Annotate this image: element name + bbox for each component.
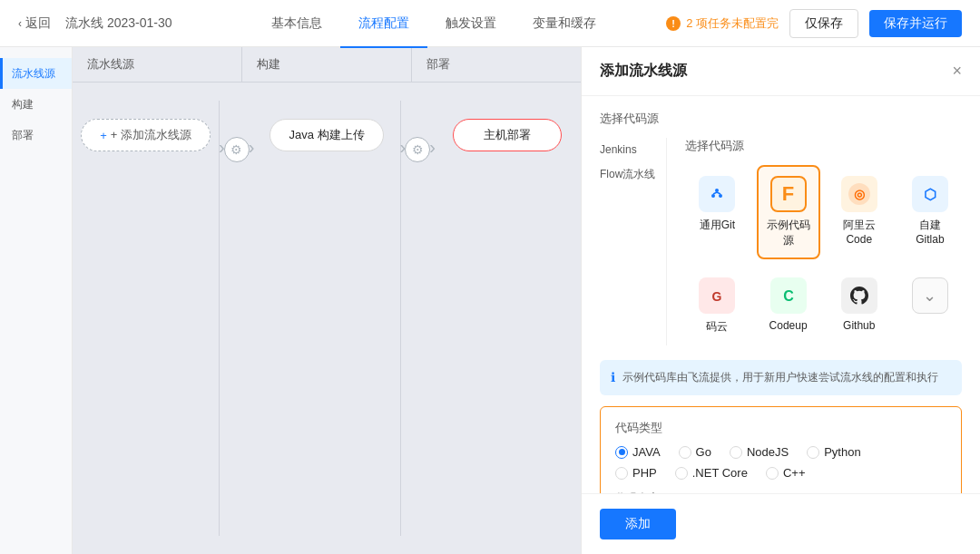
code-type-label: 代码类型 <box>615 420 946 436</box>
panel-header: 添加流水线源 × <box>582 47 980 96</box>
source-item-gitlab[interactable]: ⬡ 自建Gitlab <box>898 165 962 259</box>
source-item-more[interactable]: ⌄ <box>898 267 962 345</box>
back-icon: ‹ <box>18 17 22 30</box>
info-text: 示例代码库由飞流提供，用于新用户快速尝试流水线的配置和执行 <box>622 369 938 386</box>
radio-php-label: PHP <box>632 466 657 480</box>
radio-python-label: Python <box>824 445 860 459</box>
col-header-source: 流水线源 <box>73 47 242 82</box>
left-nav-source[interactable]: 流水线源 <box>0 58 72 89</box>
plus-icon: + <box>100 129 107 142</box>
close-button[interactable]: × <box>952 62 962 81</box>
codeup-label: Codeup <box>769 319 808 332</box>
svg-text:⬡: ⬡ <box>924 187 936 202</box>
nav-right: ! 2 项任务未配置完 仅保存 保存并运行 <box>666 9 962 38</box>
git-label: 通用Git <box>700 218 735 233</box>
stage-java-label: Java 构建上传 <box>289 127 364 143</box>
radio-cpp[interactable]: C++ <box>766 466 806 480</box>
radio-java-label: JAVA <box>632 445 661 459</box>
source-left-nav: 选择代码源 <box>600 111 665 138</box>
github-label: Github <box>843 319 875 332</box>
add-button[interactable]: 添加 <box>600 509 676 539</box>
radio-python-circle <box>807 446 819 459</box>
radio-java-circle <box>615 446 628 459</box>
sidebar-panel: 添加流水线源 × 选择代码源 Jenkins Flow流水线 <box>581 47 980 554</box>
aliyun-icon: ◎ <box>841 176 877 212</box>
radio-php[interactable]: PHP <box>615 466 657 480</box>
panel-title: 添加流水线源 <box>600 62 687 81</box>
radio-netcore-circle <box>675 467 688 480</box>
source-subnav: Jenkins Flow流水线 <box>600 138 667 345</box>
subnav-flow[interactable]: Flow流水线 <box>600 161 655 188</box>
gitee-icon: G <box>699 277 735 314</box>
panel-body: 选择代码源 Jenkins Flow流水线 选择代码源 <box>582 96 980 493</box>
info-icon: ℹ <box>611 370 615 384</box>
back-button[interactable]: ‹ 返回 <box>18 15 51 32</box>
source-section-label: 选择代码源 <box>600 111 665 127</box>
stage-col-build: Java 构建上传 <box>253 101 400 536</box>
github-icon <box>841 277 877 314</box>
gear-node-1[interactable]: ⚙ <box>224 137 250 162</box>
radio-python[interactable]: Python <box>807 445 860 459</box>
source-item-aliyun[interactable]: ◎ 阿里云Code <box>828 165 891 259</box>
connector-1: › ⚙ › <box>220 101 253 536</box>
example-label: 示例代码源 <box>766 218 811 248</box>
pipeline-name: 流水线 2023-01-30 <box>65 15 172 32</box>
source-item-github[interactable]: Github <box>828 267 891 345</box>
source-item-codeup[interactable]: C Codeup <box>757 267 820 345</box>
gitee-label: 码云 <box>706 319 728 335</box>
radio-netcore-label: .NET Core <box>692 466 748 480</box>
radio-row-2: PHP .NET Core C++ <box>615 466 946 480</box>
codeup-icon: C <box>770 277 807 314</box>
warning-text: 2 项任务未配置完 <box>686 15 779 32</box>
save-run-button[interactable]: 保存并运行 <box>869 10 962 37</box>
nav-tabs: 基本信息 流程配置 触发设置 变量和缓存 <box>201 0 667 47</box>
left-nav-deploy[interactable]: 部署 <box>0 120 72 151</box>
svg-text:◎: ◎ <box>854 187 866 201</box>
tab-flow[interactable]: 流程配置 <box>340 1 427 48</box>
subnav-jenkins[interactable]: Jenkins <box>600 138 655 161</box>
gear-node-2[interactable]: ⚙ <box>405 137 430 162</box>
radio-netcore[interactable]: .NET Core <box>675 466 748 480</box>
svg-point-0 <box>708 185 726 203</box>
tab-basic[interactable]: 基本信息 <box>253 1 340 48</box>
connector-2: › ⚙ › <box>401 101 435 536</box>
source-icons-area: 选择代码源 通用Git F <box>685 138 962 345</box>
svg-text:C: C <box>783 288 794 304</box>
aliyun-label: 阿里云Code <box>837 218 882 246</box>
add-source-button[interactable]: + + 添加流水线源 <box>81 119 211 151</box>
radio-go-label: Go <box>696 445 711 459</box>
radio-cpp-label: C++ <box>783 466 806 480</box>
svg-text:G: G <box>712 289 722 304</box>
main-content: 流水线源 构建 部署 流水线源 构建 部署 + + 添加流水线源 <box>0 47 980 554</box>
tab-trigger[interactable]: 触发设置 <box>427 1 514 48</box>
radio-java[interactable]: JAVA <box>615 445 661 459</box>
pipeline-stage-row: + + 添加流水线源 › ⚙ › Java 构建上传 <box>73 83 581 554</box>
source-row-1: 通用Git F 示例代码源 ◎ <box>685 165 962 259</box>
stage-host-label: 主机部署 <box>484 127 531 143</box>
add-source-label: + 添加流水线源 <box>111 127 191 143</box>
save-button[interactable]: 仅保存 <box>789 9 858 38</box>
top-nav: ‹ 返回 流水线 2023-01-30 基本信息 流程配置 触发设置 变量和缓存… <box>0 0 980 47</box>
left-nav-build[interactable]: 构建 <box>0 89 72 120</box>
source-item-git[interactable]: 通用Git <box>685 165 749 259</box>
source-layout: 选择代码源 <box>600 111 962 138</box>
source-item-gitee[interactable]: G 码云 <box>685 267 749 345</box>
source-with-nav: Jenkins Flow流水线 选择代码源 <box>600 138 962 345</box>
radio-nodejs[interactable]: NodeJS <box>730 445 789 459</box>
source-row-2: G 码云 C Codeup <box>685 267 962 345</box>
code-source-label: 选择代码源 <box>685 138 962 154</box>
radio-nodejs-label: NodeJS <box>747 445 789 459</box>
stage-java-build[interactable]: Java 构建上传 <box>270 119 383 151</box>
back-label: 返回 <box>25 15 51 32</box>
stage-host-deploy[interactable]: 主机部署 <box>453 119 562 151</box>
info-box: ℹ 示例代码库由飞流提供，用于新用户快速尝试流水线的配置和执行 <box>600 360 962 395</box>
canvas-wrapper: 流水线源 构建 部署 流水线源 构建 部署 + + 添加流水线源 <box>0 47 581 554</box>
source-item-example[interactable]: F 示例代码源 <box>757 165 820 259</box>
tab-variables[interactable]: 变量和缓存 <box>514 1 614 48</box>
stage-col-deploy: 主机部署 <box>435 101 581 536</box>
radio-go[interactable]: Go <box>679 445 711 459</box>
gitlab-icon: ⬡ <box>912 176 948 212</box>
source-section: 选择代码源 Jenkins Flow流水线 选择代码源 <box>582 96 980 360</box>
gitlab-label: 自建Gitlab <box>907 218 953 246</box>
code-type-section: 代码类型 JAVA Go NodeJS <box>600 406 962 493</box>
